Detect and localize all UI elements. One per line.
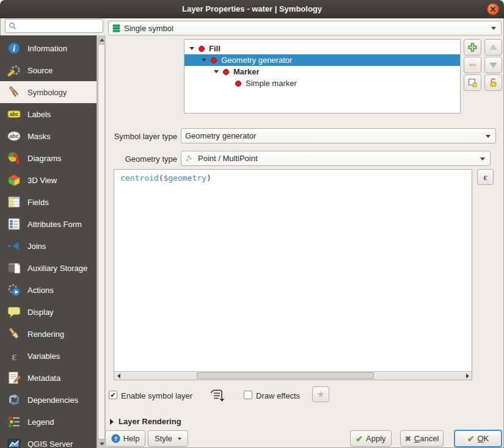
sidebar-item-source[interactable]: Source bbox=[0, 59, 97, 81]
data-defined-icon bbox=[208, 388, 225, 402]
expand-arrow[interactable] bbox=[200, 59, 208, 62]
sidebar-item-metadata[interactable]: Metadata bbox=[0, 367, 97, 389]
scrollbar-thumb[interactable] bbox=[197, 372, 374, 379]
help-button[interactable]: ? Help bbox=[105, 430, 145, 447]
cancel-button[interactable]: ✖ Cancel bbox=[400, 430, 444, 447]
titlebar: Layer Properties - water | Symbology bbox=[0, 0, 504, 18]
marker-dot-icon bbox=[211, 57, 217, 63]
sidebar-item-information[interactable]: i Information bbox=[0, 37, 97, 59]
sidebar-item-masks[interactable]: abc Masks bbox=[0, 125, 97, 147]
single-symbol-icon bbox=[112, 24, 120, 32]
apply-button[interactable]: ✔ Apply bbox=[350, 430, 392, 447]
sidebar-item-auxiliary-storage[interactable]: Auxiliary Storage bbox=[0, 257, 97, 279]
sidebar-item-fields[interactable]: Fields bbox=[0, 191, 97, 213]
tree-row-marker[interactable]: Marker bbox=[184, 66, 460, 78]
check-icon: ✔ bbox=[356, 434, 363, 444]
draw-effects-checkbox[interactable] bbox=[244, 391, 252, 399]
expression-editor[interactable]: centroid($geometry) bbox=[114, 169, 472, 380]
duplicate-icon bbox=[467, 78, 478, 88]
sidebar: i Information Source Symbology abc Label… bbox=[0, 35, 97, 448]
info-icon: i bbox=[7, 42, 21, 55]
draw-effects-label: Draw effects bbox=[256, 391, 300, 400]
data-defined-override-button[interactable] bbox=[208, 388, 225, 403]
sidebar-item-rendering[interactable]: Rendering bbox=[0, 323, 97, 345]
tree-row-geometry-generator[interactable]: Geometry generator bbox=[184, 54, 460, 66]
renderer-value: Single symbol bbox=[124, 24, 173, 33]
tree-row-fill[interactable]: Fill bbox=[184, 43, 460, 54]
plus-icon bbox=[467, 42, 478, 52]
expression-builder-button[interactable]: ε bbox=[477, 169, 494, 185]
chevron-down-icon bbox=[480, 157, 485, 161]
expand-arrow[interactable] bbox=[188, 47, 195, 50]
check-icon: ✔ bbox=[467, 434, 475, 444]
display-icon bbox=[7, 305, 21, 319]
chevron-down-icon bbox=[178, 438, 181, 440]
sidebar-item-dependencies[interactable]: Dependencies bbox=[0, 389, 97, 411]
horizontal-scrollbar[interactable] bbox=[114, 371, 472, 380]
diagrams-icon bbox=[7, 151, 21, 165]
arrow-left-icon bbox=[117, 374, 120, 378]
minus-icon bbox=[468, 60, 477, 70]
move-up-button[interactable] bbox=[484, 39, 502, 56]
enable-symbol-layer-checkbox[interactable]: ✔ bbox=[109, 391, 117, 399]
effects-properties-button[interactable]: ★ bbox=[312, 386, 329, 402]
tree-row-simple-marker[interactable]: Simple marker bbox=[184, 78, 460, 89]
chevron-down-icon bbox=[214, 70, 219, 73]
marker-dot-icon bbox=[199, 46, 205, 52]
layer-rendering-toggle[interactable]: Layer Rendering bbox=[110, 417, 181, 426]
help-icon: ? bbox=[111, 434, 120, 443]
svg-text:abc: abc bbox=[10, 112, 19, 117]
move-down-button[interactable] bbox=[484, 57, 502, 73]
sidebar-item-display[interactable]: Display bbox=[0, 301, 97, 323]
sidebar-scrollbar-thumb[interactable] bbox=[98, 44, 105, 439]
sidebar-item-attributes-form[interactable]: Attributes Form bbox=[0, 213, 97, 235]
search-input[interactable] bbox=[17, 22, 97, 31]
renderer-combobox[interactable]: Single symbol bbox=[108, 21, 502, 35]
qgis-server-icon bbox=[7, 437, 21, 448]
expand-arrow[interactable] bbox=[213, 70, 220, 73]
symbol-layer-tree: Fill Geometry generator Marker Simple ma… bbox=[184, 39, 461, 114]
search-box bbox=[5, 19, 103, 33]
remove-symbol-layer-button[interactable] bbox=[464, 57, 481, 73]
scroll-up-arrow[interactable] bbox=[97, 35, 106, 44]
legend-icon bbox=[7, 415, 21, 428]
scroll-left-arrow[interactable] bbox=[114, 372, 123, 380]
arrow-down-icon bbox=[489, 60, 498, 70]
scroll-right-arrow[interactable] bbox=[463, 372, 472, 380]
epsilon-icon: ε bbox=[483, 172, 487, 182]
add-symbol-layer-button[interactable] bbox=[464, 39, 481, 56]
arrow-up-icon bbox=[489, 43, 498, 52]
sidebar-item-joins[interactable]: Joins bbox=[0, 235, 97, 257]
expression-text: centroid($geometry) bbox=[120, 173, 211, 182]
duplicate-symbol-layer-button[interactable] bbox=[464, 74, 481, 91]
sidebar-item-labels[interactable]: abc Labels bbox=[0, 103, 97, 125]
sidebar-item-symbology[interactable]: Symbology bbox=[0, 81, 97, 103]
sidebar-item-variables[interactable]: ε Variables bbox=[0, 345, 97, 367]
chevron-right-icon bbox=[110, 419, 114, 425]
3d-view-icon bbox=[7, 173, 21, 187]
layer-rendering-label: Layer Rendering bbox=[119, 417, 181, 426]
sidebar-item-qgis-server[interactable]: QGIS Server bbox=[0, 433, 97, 448]
svg-text:abc: abc bbox=[9, 133, 19, 139]
arrow-right-icon bbox=[466, 374, 469, 378]
fields-icon bbox=[7, 195, 21, 209]
sidebar-item-actions[interactable]: Actions bbox=[0, 279, 97, 301]
sidebar-item-3d-view[interactable]: 3D View bbox=[0, 169, 97, 191]
enable-symbol-layer-label: Enable symbol layer bbox=[121, 391, 192, 400]
lock-colors-button[interactable] bbox=[484, 74, 502, 91]
sidebar-item-diagrams[interactable]: Diagrams bbox=[0, 147, 97, 169]
rendering-icon bbox=[7, 327, 21, 341]
star-icon: ★ bbox=[316, 389, 324, 400]
layer-properties-dialog: Layer Properties - water | Symbology i I… bbox=[0, 0, 504, 448]
geometry-type-combobox[interactable]: Point / MultiPoint bbox=[181, 151, 491, 166]
ok-button[interactable]: ✔ OK bbox=[454, 430, 502, 447]
sidebar-item-legend[interactable]: Legend bbox=[0, 411, 97, 433]
style-button[interactable]: Style bbox=[148, 430, 188, 447]
symbol-layer-type-combobox[interactable]: Geometry generator bbox=[181, 128, 496, 143]
close-button[interactable] bbox=[487, 3, 499, 15]
sidebar-scrollbar[interactable] bbox=[97, 35, 106, 448]
x-icon: ✖ bbox=[405, 435, 411, 443]
close-icon bbox=[490, 6, 496, 12]
geometry-type-label: Geometry type bbox=[104, 154, 177, 164]
svg-text:ε: ε bbox=[12, 350, 16, 363]
